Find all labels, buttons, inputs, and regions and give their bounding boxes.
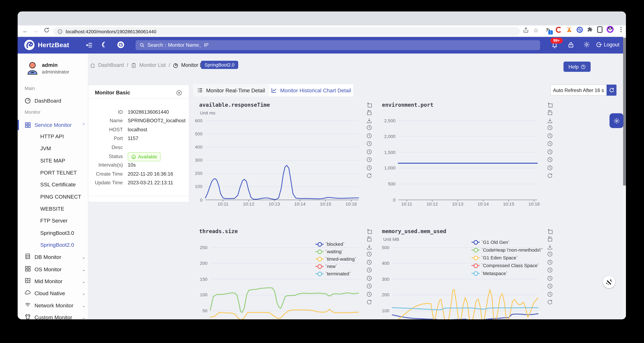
clock-icon[interactable] bbox=[547, 157, 553, 162]
refresh-now-button[interactable] bbox=[606, 84, 616, 96]
hertzbeat-logo[interactable]: HertzBeat bbox=[24, 39, 69, 50]
clock-icon[interactable] bbox=[547, 259, 553, 265]
data-zoom-icon[interactable] bbox=[366, 229, 372, 234]
sidebar-group-custom[interactable]: Custom Monitor⌄ bbox=[25, 312, 86, 320]
clock-icon[interactable] bbox=[547, 291, 553, 297]
clock-icon[interactable] bbox=[547, 283, 553, 289]
refresh-icon[interactable] bbox=[366, 299, 372, 305]
clock-icon[interactable] bbox=[547, 165, 553, 171]
clock-icon[interactable] bbox=[366, 165, 372, 171]
legend-item[interactable]: `terminated` bbox=[316, 271, 351, 276]
forward-icon[interactable]: → bbox=[33, 27, 39, 34]
legend-item[interactable]: `G1 Eden Space` bbox=[472, 255, 518, 260]
legend-item[interactable]: `Compressed Class Space` bbox=[472, 263, 539, 268]
sidebar-item-site-map[interactable]: SITE MAP bbox=[40, 156, 65, 165]
sidebar-group-db[interactable]: DB Monitor⌄ bbox=[25, 252, 86, 262]
scrollbar-thumb[interactable] bbox=[623, 38, 626, 185]
refresh-icon[interactable] bbox=[547, 173, 553, 178]
clock-icon[interactable] bbox=[366, 267, 372, 273]
legend-item[interactable]: `CodeHeap \'non-nmethods\'` bbox=[472, 248, 543, 252]
sidebar-item-ping-connect[interactable]: PING CONNECT bbox=[40, 192, 81, 201]
sidebar-item-springboot3-0[interactable]: SpringBoot3.0 bbox=[40, 228, 74, 237]
save-image-icon[interactable] bbox=[547, 244, 553, 250]
github-icon[interactable] bbox=[102, 41, 109, 50]
lock-icon[interactable] bbox=[568, 41, 574, 50]
close-circle-icon[interactable] bbox=[176, 90, 182, 97]
gitee-icon[interactable] bbox=[117, 41, 124, 50]
breadcrumb-monitor-list[interactable]: Monitor List bbox=[139, 62, 166, 68]
legend-item[interactable]: `Metaspace` bbox=[472, 271, 508, 276]
clock-icon[interactable] bbox=[366, 125, 372, 130]
url-bar[interactable]: localhost:4200/monitors/190286136061440 bbox=[54, 27, 520, 36]
breadcrumb-dashboard[interactable]: DashBoard bbox=[98, 62, 124, 68]
red-extension-icon[interactable] bbox=[556, 26, 562, 33]
legend-marker bbox=[316, 272, 324, 276]
search-input[interactable]: Search：Monitor Name、IP bbox=[136, 40, 540, 50]
tab-realtime-detail[interactable]: Monitor Real-Time Detail bbox=[193, 84, 269, 96]
legend-item[interactable]: `blocked` bbox=[316, 242, 345, 247]
share-icon[interactable] bbox=[523, 27, 529, 33]
sidebar-item-service-monitor[interactable]: Service Monitor ⌃ bbox=[25, 122, 86, 128]
clock-icon[interactable] bbox=[366, 133, 372, 139]
menu-fold-icon[interactable] bbox=[86, 42, 92, 50]
clock-icon[interactable] bbox=[547, 275, 553, 281]
settings-gear-icon[interactable] bbox=[583, 41, 590, 49]
legend-item[interactable]: `waiting` bbox=[316, 249, 343, 254]
restore-icon[interactable] bbox=[366, 110, 372, 115]
sidebar-group-network[interactable]: Network Monitor⌄ bbox=[25, 300, 86, 311]
sidebar-item-jvm[interactable]: JVM bbox=[40, 144, 51, 153]
translate-extension-icon[interactable]: 1 bbox=[545, 26, 552, 33]
bookmark-star-icon[interactable]: ☆ bbox=[533, 26, 538, 34]
data-zoom-icon[interactable] bbox=[547, 229, 553, 234]
refresh-icon[interactable] bbox=[366, 173, 372, 178]
blue-extension-icon[interactable] bbox=[577, 26, 583, 33]
clock-icon[interactable] bbox=[547, 141, 553, 146]
legend-item[interactable]: `G1 Old Gen` bbox=[472, 240, 510, 245]
profile-avatar[interactable] bbox=[606, 26, 614, 33]
restore-icon[interactable] bbox=[366, 236, 372, 242]
sidebar-group-cloud[interactable]: Cloud Native⌄ bbox=[25, 288, 86, 299]
browser-menu-kebab-icon[interactable] bbox=[618, 26, 624, 34]
metamask-extension-icon[interactable] bbox=[566, 26, 572, 33]
sidebar-item-dashboard[interactable]: DashBoard bbox=[25, 98, 61, 104]
sidebar-item-ssl-certificate[interactable]: SSL Certificate bbox=[40, 180, 76, 189]
save-image-icon[interactable] bbox=[366, 118, 372, 123]
theme-settings-float-button[interactable] bbox=[610, 113, 624, 128]
back-icon[interactable]: ← bbox=[22, 27, 28, 34]
sidebar-item-port-telnet[interactable]: PORT TELNET bbox=[40, 168, 77, 177]
clock-icon[interactable] bbox=[547, 149, 553, 155]
extensions-puzzle-icon[interactable] bbox=[587, 26, 593, 33]
help-button[interactable]: Help bbox=[564, 62, 590, 72]
clock-icon[interactable] bbox=[366, 251, 372, 257]
site-info-icon[interactable] bbox=[58, 29, 62, 34]
auto-refresh-button[interactable]: Auto Refresh After 16 s bbox=[550, 84, 606, 96]
sidebar-item-website[interactable]: WEBSITE bbox=[40, 204, 64, 213]
sidebar-item-ftp-server[interactable]: FTP Server bbox=[40, 216, 68, 225]
clock-icon[interactable] bbox=[547, 251, 553, 257]
restore-icon[interactable] bbox=[547, 236, 553, 242]
data-zoom-icon[interactable] bbox=[547, 102, 553, 108]
clock-icon[interactable] bbox=[547, 133, 553, 139]
clock-icon[interactable] bbox=[547, 125, 553, 130]
restore-icon[interactable] bbox=[547, 110, 553, 115]
clock-icon[interactable] bbox=[366, 283, 372, 289]
clock-icon[interactable] bbox=[366, 149, 372, 155]
extension-badge: 1 bbox=[548, 30, 553, 34]
reload-icon[interactable] bbox=[44, 27, 50, 35]
clock-icon[interactable] bbox=[366, 141, 372, 146]
save-image-icon[interactable] bbox=[547, 118, 553, 123]
clock-icon[interactable] bbox=[547, 267, 553, 273]
tab-historical-chart-detail[interactable]: Monitor Historical Chart Detail bbox=[269, 84, 353, 96]
reader-extension-icon[interactable] bbox=[597, 26, 602, 33]
sidebar-group-os[interactable]: OS Monitor⌄ bbox=[25, 264, 86, 275]
legend-item[interactable]: `new` bbox=[316, 264, 337, 269]
field-label: Desc bbox=[88, 144, 123, 150]
sidebar-item-http-api[interactable]: HTTP API bbox=[40, 132, 64, 141]
sidebar-group-mid[interactable]: Mid Monitor⌄ bbox=[25, 276, 86, 287]
sidebar-item-springboot2-0[interactable]: SpringBoot2.0 bbox=[40, 241, 74, 250]
refresh-icon[interactable] bbox=[547, 299, 553, 305]
data-zoom-icon[interactable] bbox=[366, 102, 372, 108]
clock-icon[interactable] bbox=[366, 157, 372, 162]
logout-button[interactable]: Logout bbox=[596, 41, 620, 48]
legend-item[interactable]: `timed-waiting` bbox=[316, 257, 356, 262]
